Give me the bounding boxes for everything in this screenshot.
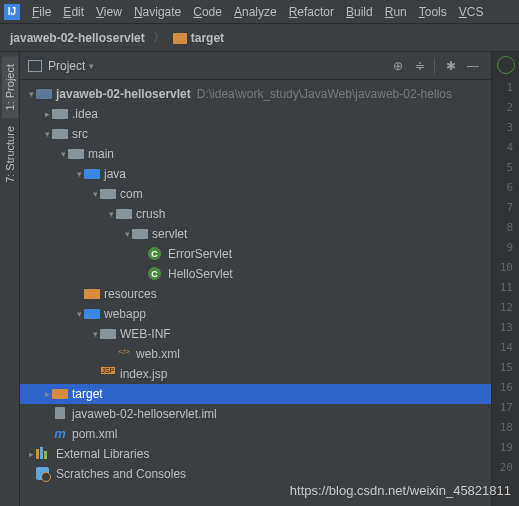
class-icon <box>148 247 164 261</box>
sidebar-tab[interactable]: 1: Project <box>2 56 18 118</box>
tree-row[interactable]: ▾crush <box>20 204 491 224</box>
line-number: 16 <box>492 378 519 398</box>
tree-row[interactable]: ▾servlet <box>20 224 491 244</box>
tree-label: javaweb-02-helloservlet.iml <box>72 407 217 421</box>
menu-item-tools[interactable]: Tools <box>413 5 453 19</box>
tree-row[interactable]: ▸target <box>20 384 491 404</box>
chevron-down-icon[interactable]: ▾ <box>122 229 132 239</box>
menu-item-build[interactable]: Build <box>340 5 379 19</box>
tree-label: web.xml <box>136 347 180 361</box>
tree-row[interactable]: ▾src <box>20 124 491 144</box>
folder-icon <box>52 127 68 141</box>
chevron-right-icon[interactable]: ▸ <box>26 449 36 459</box>
menu-item-edit[interactable]: Edit <box>57 5 90 19</box>
chevron-right-icon[interactable]: ▸ <box>42 109 52 119</box>
folder-icon <box>36 87 52 101</box>
line-number: 10 <box>492 258 519 278</box>
tree-label: .idea <box>72 107 98 121</box>
chevron-down-icon[interactable]: ▾ <box>74 169 84 179</box>
tree-row[interactable]: ▸External Libraries <box>20 444 491 464</box>
run-gutter-icon[interactable] <box>497 56 515 74</box>
chevron-down-icon[interactable]: ▾ <box>90 329 100 339</box>
folder-icon <box>173 33 187 44</box>
breadcrumb-project[interactable]: javaweb-02-helloservlet <box>10 31 145 45</box>
line-number: 5 <box>492 158 519 178</box>
chevron-down-icon[interactable]: ▾ <box>42 129 52 139</box>
tree-row[interactable]: ▾java <box>20 164 491 184</box>
tree-row[interactable]: ▾main <box>20 144 491 164</box>
tree-label: ErrorServlet <box>168 247 232 261</box>
menu-item-code[interactable]: Code <box>187 5 228 19</box>
maven-icon: m <box>52 427 68 441</box>
line-number: 11 <box>492 278 519 298</box>
tree-row[interactable]: Scratches and Consoles <box>20 464 491 484</box>
chevron-down-icon[interactable]: ▾ <box>106 209 116 219</box>
sidebar-tab[interactable]: 7: Structure <box>2 118 18 191</box>
breadcrumb: javaweb-02-helloservlet 〉 target <box>0 24 519 52</box>
menu-item-analyze[interactable]: Analyze <box>228 5 283 19</box>
tree-row[interactable]: ▸.idea <box>20 104 491 124</box>
tree-row[interactable]: HelloServlet <box>20 264 491 284</box>
folder-icon <box>132 227 148 241</box>
tree-label: crush <box>136 207 165 221</box>
editor-gutter: 1234567891011121314151617181920 <box>491 52 519 506</box>
menu-item-run[interactable]: Run <box>379 5 413 19</box>
project-tree[interactable]: ▾javaweb-02-helloservletD:\idea\work_stu… <box>20 80 491 506</box>
file-icon <box>52 407 68 421</box>
line-number: 8 <box>492 218 519 238</box>
line-number: 18 <box>492 418 519 438</box>
folder-icon <box>84 287 100 301</box>
line-number: 20 <box>492 458 519 478</box>
tree-label: main <box>88 147 114 161</box>
line-number: 3 <box>492 118 519 138</box>
tree-row[interactable]: ▾com <box>20 184 491 204</box>
tree-label: com <box>120 187 143 201</box>
tree-label: src <box>72 127 88 141</box>
line-number: 1 <box>492 78 519 98</box>
breadcrumb-target[interactable]: target <box>173 31 224 45</box>
dropdown-arrow-icon[interactable]: ▾ <box>89 61 94 71</box>
tree-row[interactable]: mpom.xml <box>20 424 491 444</box>
line-number: 17 <box>492 398 519 418</box>
tree-label: java <box>104 167 126 181</box>
menu-item-view[interactable]: View <box>90 5 128 19</box>
jsp-icon <box>100 367 116 381</box>
tree-label: Scratches and Consoles <box>56 467 186 481</box>
folder-icon <box>52 387 68 401</box>
tree-row[interactable]: ▾javaweb-02-helloservletD:\idea\work_stu… <box>20 84 491 104</box>
panel-title[interactable]: Project <box>48 59 85 73</box>
folder-icon <box>52 107 68 121</box>
tree-row[interactable]: resources <box>20 284 491 304</box>
chevron-down-icon[interactable]: ▾ <box>90 189 100 199</box>
menu-item-vcs[interactable]: VCS <box>453 5 490 19</box>
locate-button[interactable]: ⊕ <box>388 56 408 76</box>
folder-icon <box>68 147 84 161</box>
tree-label: index.jsp <box>120 367 167 381</box>
chevron-down-icon[interactable]: ▾ <box>26 89 36 99</box>
chevron-down-icon[interactable]: ▾ <box>74 309 84 319</box>
panel-header: Project ▾ ⊕ ≑ ✱ — <box>20 52 491 80</box>
menu-item-navigate[interactable]: Navigate <box>128 5 187 19</box>
tree-row[interactable]: web.xml <box>20 344 491 364</box>
line-number: 12 <box>492 298 519 318</box>
folder-icon <box>100 327 116 341</box>
chevron-down-icon[interactable]: ▾ <box>58 149 68 159</box>
tree-label: resources <box>104 287 157 301</box>
menu-bar: IJ FileEditViewNavigateCodeAnalyzeRefact… <box>0 0 519 24</box>
tree-row[interactable]: javaweb-02-helloservlet.iml <box>20 404 491 424</box>
hide-button[interactable]: — <box>463 56 483 76</box>
tree-row[interactable]: index.jsp <box>20 364 491 384</box>
settings-button[interactable]: ✱ <box>441 56 461 76</box>
menu-item-file[interactable]: File <box>26 5 57 19</box>
chevron-right-icon[interactable]: ▸ <box>42 389 52 399</box>
tree-row[interactable]: ▾webapp <box>20 304 491 324</box>
tree-row[interactable]: ErrorServlet <box>20 244 491 264</box>
tree-label: servlet <box>152 227 187 241</box>
line-number: 15 <box>492 358 519 378</box>
tree-label: HelloServlet <box>168 267 233 281</box>
tree-row[interactable]: ▾WEB-INF <box>20 324 491 344</box>
expand-button[interactable]: ≑ <box>410 56 430 76</box>
line-number: 6 <box>492 178 519 198</box>
menu-item-refactor[interactable]: Refactor <box>283 5 340 19</box>
project-panel: Project ▾ ⊕ ≑ ✱ — ▾javaweb-02-helloservl… <box>20 52 491 506</box>
